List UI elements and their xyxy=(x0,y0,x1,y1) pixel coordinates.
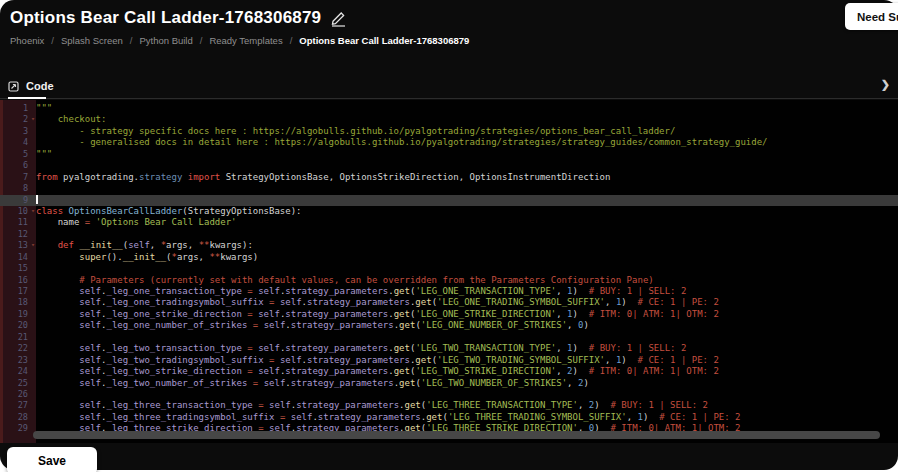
active-tab-indicator xyxy=(8,97,46,99)
line-number: 10▾ xyxy=(0,206,36,217)
code-text: self._leg_one_tradingsymbol_suffix = sel… xyxy=(36,297,898,308)
code-lines: 1"""2▾ checkout:3 - strategy specific do… xyxy=(0,103,898,435)
line-number: 29 xyxy=(0,423,36,434)
breadcrumb-separator: / xyxy=(130,35,133,46)
code-line[interactable]: 3 - strategy specific docs here : https:… xyxy=(0,126,898,137)
code-text: - strategy specific docs here : https://… xyxy=(36,126,898,137)
code-text: """ xyxy=(36,149,898,160)
code-text xyxy=(36,389,898,400)
line-number: 19 xyxy=(0,309,36,320)
code-text: - generalised docs in detail here : http… xyxy=(36,137,898,148)
code-text: self._leg_two_transaction_type = self.st… xyxy=(36,343,898,354)
tab-code[interactable]: Code xyxy=(8,80,54,92)
page-title: Options Bear Call Ladder-1768306879 xyxy=(10,8,321,28)
line-number: 1 xyxy=(0,103,36,114)
code-line[interactable]: 7from pyalgotrading.strategy import Stra… xyxy=(0,172,898,183)
code-line[interactable]: 28 self._leg_three_tradingsymbol_suffix … xyxy=(0,412,898,423)
tab-bar: Code ❯ xyxy=(0,70,898,99)
header: Options Bear Call Ladder-1768306879 Need… xyxy=(0,0,898,46)
code-line[interactable]: 6 xyxy=(0,160,898,171)
code-line[interactable]: 8 xyxy=(0,183,898,194)
line-number: 23 xyxy=(0,355,36,366)
code-line[interactable]: 20 self._leg_one_number_of_strikes = sel… xyxy=(0,320,898,331)
expand-panel-chevron-icon[interactable]: ❯ xyxy=(881,79,890,90)
code-line[interactable]: 1""" xyxy=(0,103,898,114)
breadcrumb-item[interactable]: Ready Templates xyxy=(209,35,282,46)
fold-arrow-icon[interactable]: ▾ xyxy=(31,206,35,217)
line-number: 26 xyxy=(0,389,36,400)
line-number: 21 xyxy=(0,332,36,343)
code-line[interactable]: 5""" xyxy=(0,149,898,160)
code-text: from pyalgotrading.strategy import Strat… xyxy=(36,172,898,183)
horizontal-scrollbar[interactable] xyxy=(33,431,880,439)
line-number: 7 xyxy=(0,172,36,183)
code-line[interactable]: 12 xyxy=(0,229,898,240)
code-line[interactable]: 13▾ def __init__(self, *args, **kwargs): xyxy=(0,240,898,251)
code-line[interactable]: 25 self._leg_two_number_of_strikes = sel… xyxy=(0,378,898,389)
code-line[interactable]: 21 xyxy=(0,332,898,343)
code-text xyxy=(36,195,898,206)
code-text xyxy=(36,160,898,171)
line-number: 9 xyxy=(0,195,36,206)
line-number: 3 xyxy=(0,126,36,137)
breadcrumb-item[interactable]: Python Build xyxy=(139,35,192,46)
code-text: def __init__(self, *args, **kwargs): xyxy=(36,240,898,251)
code-text: """ xyxy=(36,103,898,114)
code-line[interactable]: 2▾ checkout: xyxy=(0,114,898,125)
line-number: 24 xyxy=(0,366,36,377)
line-number: 15 xyxy=(0,263,36,274)
line-number: 13▾ xyxy=(0,240,36,251)
code-text: class OptionsBearCallLadder(StrategyOpti… xyxy=(36,206,898,217)
line-number: 14 xyxy=(0,252,36,263)
code-line[interactable]: 18 self._leg_one_tradingsymbol_suffix = … xyxy=(0,297,898,308)
code-line[interactable]: 9 xyxy=(0,195,898,206)
line-number: 20 xyxy=(0,320,36,331)
line-number: 25 xyxy=(0,378,36,389)
line-number: 17 xyxy=(0,286,36,297)
breadcrumb-separator: / xyxy=(200,35,203,46)
code-line[interactable]: 24 self._leg_two_strike_direction = self… xyxy=(0,366,898,377)
breadcrumb-current: Options Bear Call Ladder-1768306879 xyxy=(299,35,469,46)
code-line[interactable]: 17 self._leg_one_transaction_type = self… xyxy=(0,286,898,297)
line-number: 12 xyxy=(0,229,36,240)
code-line[interactable]: 23 self._leg_two_tradingsymbol_suffix = … xyxy=(0,355,898,366)
line-number: 28 xyxy=(0,412,36,423)
line-number: 5 xyxy=(0,149,36,160)
line-number: 27 xyxy=(0,400,36,411)
code-text: self._leg_two_number_of_strikes = self.s… xyxy=(36,378,898,389)
breadcrumb-separator: / xyxy=(290,35,293,46)
breadcrumb-separator: / xyxy=(51,35,54,46)
code-line[interactable]: 26 xyxy=(0,389,898,400)
code-line[interactable]: 4 - generalised docs in detail here : ht… xyxy=(0,137,898,148)
breadcrumb-item[interactable]: Splash Screen xyxy=(61,35,123,46)
code-line[interactable]: 19 self._leg_one_strike_direction = self… xyxy=(0,309,898,320)
app-window: Options Bear Call Ladder-1768306879 Need… xyxy=(0,0,898,470)
code-line[interactable]: 10▾class OptionsBearCallLadder(StrategyO… xyxy=(0,206,898,217)
code-text: self._leg_three_transaction_type = self.… xyxy=(36,400,898,411)
fold-arrow-icon[interactable]: ▾ xyxy=(31,240,35,251)
code-line[interactable]: 15 xyxy=(0,263,898,274)
code-text: self._leg_one_strike_direction = self.st… xyxy=(36,309,898,320)
edit-title-pencil-icon[interactable] xyxy=(330,10,347,27)
line-number: 11 xyxy=(0,217,36,228)
code-line[interactable]: 14 super().__init__(*args, **kwargs) xyxy=(0,252,898,263)
code-text: name = 'Options Bear Call Ladder' xyxy=(36,217,898,228)
breadcrumb-item[interactable]: Phoenix xyxy=(10,35,44,46)
text-cursor xyxy=(36,195,38,204)
code-editor[interactable]: 1"""2▾ checkout:3 - strategy specific do… xyxy=(0,100,898,443)
code-text: self._leg_one_number_of_strikes = self.s… xyxy=(36,320,898,331)
line-number: 2▾ xyxy=(0,114,36,125)
code-line[interactable]: 11 name = 'Options Bear Call Ladder' xyxy=(0,217,898,228)
code-text xyxy=(36,183,898,194)
code-text: # Parameters (currently set with default… xyxy=(36,275,898,286)
code-window-icon xyxy=(8,81,19,92)
code-line[interactable]: 16 # Parameters (currently set with defa… xyxy=(0,275,898,286)
line-number: 8 xyxy=(0,183,36,194)
fold-arrow-icon[interactable]: ▾ xyxy=(31,114,35,125)
code-line[interactable]: 27 self._leg_three_transaction_type = se… xyxy=(0,400,898,411)
save-button[interactable]: Save xyxy=(7,447,97,472)
tab-code-label: Code xyxy=(26,80,54,92)
code-line[interactable]: 22 self._leg_two_transaction_type = self… xyxy=(0,343,898,354)
need-support-button[interactable]: Need Supp xyxy=(845,3,898,30)
code-text: self._leg_three_tradingsymbol_suffix = s… xyxy=(36,412,898,423)
